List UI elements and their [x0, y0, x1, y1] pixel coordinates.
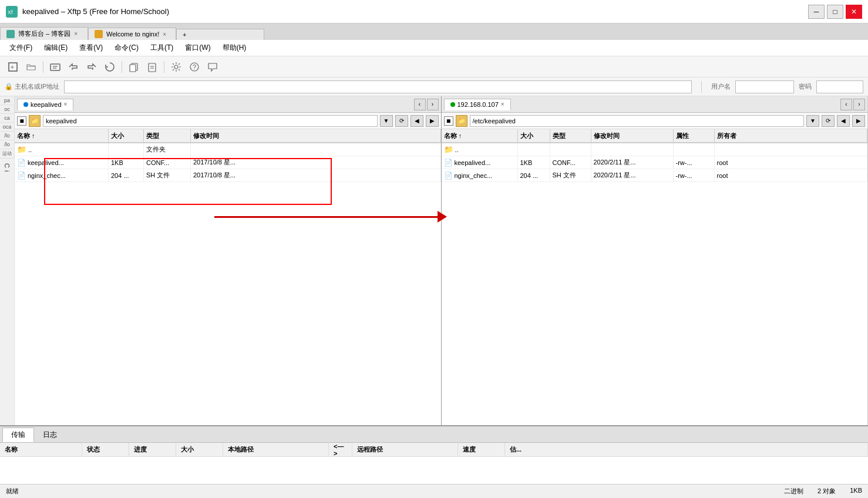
transfer-tab-transfer[interactable]: 传输	[2, 428, 34, 442]
right-refresh-btn[interactable]: ⟳	[822, 115, 835, 127]
table-row[interactable]: 📄 nginx_chec... 204 ... SH 文件 2017/10/8 …	[15, 169, 441, 182]
left-path-input[interactable]	[43, 115, 378, 127]
file-name: ..	[455, 146, 459, 153]
transfer-arrow	[214, 211, 449, 223]
username-input[interactable]	[735, 80, 794, 93]
left-col-modified[interactable]: 修改时间	[191, 129, 441, 142]
file-icon: 📄	[17, 159, 26, 167]
panels-wrapper: keepalived × ‹ › ■ 📁 ▼ ⟳ ◀ ▶	[15, 96, 868, 425]
left-panel-tab-label: keepalived	[31, 101, 62, 108]
toolbar-help[interactable]: ?	[186, 59, 203, 75]
right-path-btn-3[interactable]: ▶	[852, 115, 865, 127]
left-col-size[interactable]: 大小	[109, 129, 144, 142]
file-name: nginx_chec...	[455, 172, 493, 179]
svg-text:?: ?	[193, 63, 196, 70]
left-path-bar: ■ 📁 ▼ ⟳ ◀ ▶	[15, 113, 441, 129]
toolbar-chat[interactable]	[204, 59, 221, 75]
file-type	[550, 143, 591, 156]
right-path-input[interactable]	[470, 115, 805, 127]
svg-rect-4	[51, 64, 60, 70]
menu-tools[interactable]: 工具(T)	[146, 42, 178, 54]
right-panel-toggle[interactable]: ■	[444, 116, 453, 126]
app-icon: Xf	[6, 6, 18, 18]
transfer-col-headers: 名称 状态 进度 大小 本地路径 <—> 远程路径 速度 估...	[0, 443, 868, 457]
right-panel-tab[interactable]: 192.168.0.107 ×	[444, 99, 511, 110]
file-owner: root	[715, 169, 868, 181]
browser-tab-2[interactable]: Welcome to nginx! ×	[88, 28, 176, 40]
tab-close-2[interactable]: ×	[163, 31, 166, 38]
sidebar-text-ca: ca	[0, 114, 14, 123]
table-row[interactable]: 📁 .. 文件夹	[15, 143, 441, 156]
browser-tab-new[interactable]: +	[176, 29, 264, 40]
tab-new-label: +	[183, 31, 186, 38]
right-col-attr[interactable]: 属性	[674, 129, 715, 142]
left-panel-next[interactable]: ›	[427, 99, 439, 110]
left-path-btn-2[interactable]: ◀	[411, 115, 423, 127]
svg-point-12	[174, 65, 178, 69]
close-button[interactable]: ✕	[846, 5, 862, 19]
left-sidebar: pa oc ca oca /lo /lo 运动 Ci	[0, 96, 15, 425]
right-panel-prev[interactable]: ‹	[840, 99, 852, 110]
left-col-name[interactable]: 名称 ↑	[15, 129, 109, 142]
right-panel-tabs: 192.168.0.107 × ‹ ›	[442, 96, 868, 113]
toolbar-btn-4[interactable]	[65, 59, 82, 75]
sidebar-ci-text: Ci	[4, 163, 11, 174]
left-panel-toggle[interactable]: ■	[17, 116, 26, 126]
file-type: SH 文件	[144, 169, 191, 181]
tab-label-1: 博客后台 – 博客园	[18, 29, 70, 38]
right-path-btn-1[interactable]: ▼	[806, 115, 819, 127]
left-panel-tab-close[interactable]: ×	[64, 101, 68, 107]
tab-close-1[interactable]: ×	[74, 31, 78, 37]
toolbar-settings[interactable]	[168, 59, 184, 75]
file-modified	[591, 143, 674, 156]
tab-favicon-1	[6, 30, 15, 38]
host-input[interactable]	[64, 80, 692, 93]
table-row[interactable]: 📄 keepalived... 1KB CONF... 2020/2/11 星.…	[442, 156, 868, 169]
menu-view[interactable]: 查看(V)	[75, 42, 107, 54]
right-col-name[interactable]: 名称 ↑	[442, 129, 518, 142]
left-path-btn-3[interactable]: ▶	[426, 115, 439, 127]
left-path-btn-1[interactable]: ▼	[380, 115, 393, 127]
menu-file[interactable]: 文件(F)	[5, 42, 37, 54]
tab-favicon-2	[95, 30, 103, 38]
browser-tab-1[interactable]: 博客后台 – 博客园 ×	[0, 27, 88, 40]
table-row[interactable]: 📄 keepalived... 1KB CONF... 2017/10/8 星.…	[15, 156, 441, 169]
arrow-head	[438, 211, 447, 223]
table-row[interactable]: 📄 nginx_chec... 204 ... SH 文件 2020/2/11 …	[442, 169, 868, 182]
right-col-type[interactable]: 类型	[550, 129, 591, 142]
file-attr	[674, 143, 715, 156]
menu-edit[interactable]: 编辑(E)	[39, 42, 72, 54]
menu-window[interactable]: 窗口(W)	[180, 42, 215, 54]
right-folder-icon: 📁	[456, 115, 467, 127]
left-col-type[interactable]: 类型	[144, 129, 191, 142]
table-row[interactable]: 📁 ..	[442, 143, 868, 156]
right-col-owner[interactable]: 所有者	[715, 129, 868, 142]
toolbar-open[interactable]	[23, 59, 39, 75]
toolbar-copy[interactable]	[126, 59, 142, 75]
minimize-button[interactable]: ─	[808, 5, 825, 19]
toolbar-btn-5[interactable]	[83, 59, 100, 75]
menu-command[interactable]: 命令(C)	[110, 42, 143, 54]
file-icon: 📄	[444, 171, 453, 180]
menu-help[interactable]: 帮助(H)	[218, 42, 251, 54]
right-col-modified[interactable]: 修改时间	[591, 129, 674, 142]
toolbar-paste[interactable]	[144, 59, 160, 75]
right-col-size[interactable]: 大小	[518, 129, 550, 142]
left-refresh-btn[interactable]: ⟳	[395, 115, 408, 127]
password-input[interactable]	[816, 80, 863, 93]
left-panel-tab[interactable]: keepalived ×	[17, 99, 73, 110]
toolbar-sep-3	[164, 61, 164, 73]
window-title: keepalived – Xftp 5 (Free for Home/Schoo…	[22, 7, 169, 16]
toolbar-new-session[interactable]: +	[5, 59, 21, 75]
right-panel-tab-close[interactable]: ×	[501, 101, 504, 107]
maximize-button[interactable]: □	[827, 5, 843, 19]
left-panel-prev[interactable]: ‹	[414, 99, 426, 110]
file-size	[109, 143, 144, 156]
transfer-tab-log[interactable]: 日志	[34, 428, 66, 442]
toolbar-btn-3[interactable]	[47, 59, 63, 75]
file-name: keepalived...	[455, 159, 491, 166]
svg-rect-9	[149, 63, 156, 72]
toolbar-btn-6[interactable]	[102, 59, 118, 75]
right-path-btn-2[interactable]: ◀	[837, 115, 850, 127]
right-panel-next[interactable]: ›	[853, 99, 865, 110]
